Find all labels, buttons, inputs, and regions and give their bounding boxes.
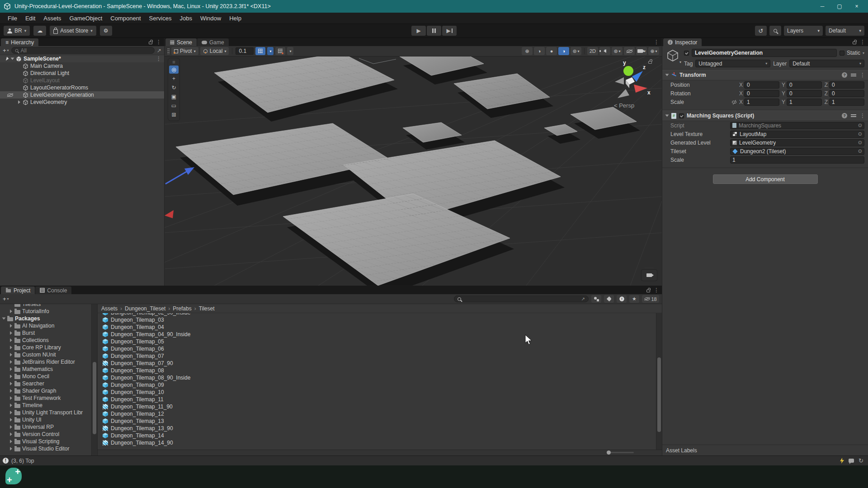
kebab-menu-icon[interactable]: ⋮ — [654, 287, 659, 293]
tab-hierarchy[interactable]: ≡ Hierarchy — [1, 38, 38, 46]
project-tree-item[interactable]: JetBrains Rider Editor — [0, 358, 91, 366]
foldout-open-icon[interactable] — [665, 73, 669, 77]
z-field[interactable]: 0 — [829, 90, 864, 97]
account-button[interactable]: BR ▾ — [4, 26, 30, 36]
object-picker-icon[interactable]: ⊙ — [858, 131, 862, 137]
camera-dropdown[interactable]: ▾ — [636, 47, 647, 55]
project-tree-item[interactable]: Unity Light Transport Libr — [0, 409, 91, 416]
scene-tool-button[interactable]: ◎ — [169, 66, 179, 74]
hierarchy-item[interactable]: LayoutGeneratorRooms — [0, 84, 164, 91]
menu-item[interactable]: Services — [145, 15, 176, 22]
foldout-icon[interactable] — [9, 324, 13, 328]
project-file-item[interactable]: Dungeon_Tilemap_08_90_Inside — [98, 374, 656, 381]
project-tree-item[interactable]: Visual Scripting — [0, 438, 91, 445]
foldout-icon[interactable] — [9, 411, 13, 414]
project-file-item[interactable]: Dungeon_Tilemap_10 — [98, 389, 656, 396]
foldout-icon[interactable] — [2, 317, 5, 320]
project-file-item[interactable]: Dungeon_Tilemap_06 — [98, 345, 656, 352]
add-component-button[interactable]: Add Component — [713, 174, 818, 184]
project-tree-item[interactable]: Burst — [0, 329, 91, 337]
scene-tool-button[interactable]: ▭ — [169, 102, 179, 110]
pivot-dropdown[interactable]: Pivot ▾ — [171, 47, 198, 55]
grid-size-field[interactable]: 0.1 — [236, 47, 254, 55]
light-toggle-button[interactable]: ● — [546, 47, 557, 55]
scene-visibility-button[interactable] — [624, 47, 635, 55]
z-field[interactable]: 1 — [829, 99, 864, 106]
foldout-icon[interactable] — [17, 100, 21, 104]
scrollbar-thumb[interactable] — [93, 362, 96, 434]
scene-render-canvas[interactable] — [165, 56, 662, 286]
menu-item[interactable]: Jobs — [175, 15, 196, 22]
lighting-mode-button[interactable]: ◑ — [534, 47, 545, 55]
foldout-open-icon[interactable] — [665, 114, 669, 117]
search-by-import-log-button[interactable]: ! — [617, 295, 627, 303]
menu-item[interactable]: Help — [225, 15, 245, 22]
cloud-button[interactable]: ☁ — [33, 26, 46, 36]
scrollbar-thumb[interactable] — [657, 357, 661, 432]
project-file-item[interactable]: Dungeon_Tilemap_08 — [98, 367, 656, 374]
play-button[interactable]: ▶ — [411, 26, 426, 36]
project-tree-item[interactable]: Shader Graph — [0, 387, 91, 394]
y-field[interactable]: 1 — [787, 99, 822, 106]
project-tree-item[interactable]: Mono Cecil — [0, 373, 91, 380]
object-picker-icon[interactable]: ⊙ — [858, 148, 862, 154]
hierarchy-item[interactable]: LevelLayout — [0, 77, 164, 84]
foldout-icon[interactable] — [9, 447, 13, 450]
breadcrumb-item[interactable]: Assets › — [101, 305, 122, 312]
minimize-button[interactable]: ─ — [815, 1, 830, 11]
scene-tool-button[interactable]: ≡ — [169, 59, 179, 65]
audio-mute-button[interactable] — [599, 47, 610, 55]
link-broken-icon[interactable] — [731, 100, 737, 104]
project-tree-item[interactable]: Tilesets — [0, 304, 91, 308]
foldout-icon[interactable] — [9, 440, 13, 443]
x-field[interactable]: 0 — [744, 90, 779, 97]
eye-slash-icon[interactable] — [7, 93, 13, 97]
hierarchy-item[interactable]: Directional Light — [0, 70, 164, 77]
grid-snap-dropdown[interactable]: ▾ — [267, 47, 274, 55]
collab-chat-icon[interactable] — [849, 459, 854, 463]
project-file-item[interactable]: Dungeon_Tilemap_11 — [98, 396, 656, 403]
active-checkbox[interactable] — [684, 51, 689, 56]
tree-scrollbar[interactable] — [91, 304, 97, 455]
tab-project[interactable]: Project — [1, 286, 35, 294]
gizmos-dropdown[interactable]: ⊕▾ — [648, 47, 659, 55]
project-tree-item[interactable]: Searcher — [0, 380, 91, 387]
foldout-open-icon[interactable] — [10, 57, 14, 61]
orientation-dropdown[interactable]: Local ▾ — [200, 47, 229, 55]
project-file-item[interactable]: Dungeon_Tilemap_04 — [98, 324, 656, 331]
object-name-field[interactable]: LevelGeometryGeneration — [692, 49, 837, 57]
preferences-button[interactable]: ⚙ — [100, 26, 112, 36]
snap-increment-button[interactable] — [275, 47, 285, 55]
project-tree-item[interactable]: Visual Studio Editor — [0, 445, 91, 452]
hidden-packages-button[interactable]: 18 — [642, 295, 659, 303]
create-asset-button[interactable]: + ▾ — [3, 296, 9, 302]
foldout-icon[interactable] — [9, 360, 13, 364]
version-control-app-icon[interactable]: + + — [5, 468, 22, 484]
foldout-icon[interactable] — [9, 396, 13, 400]
object-field[interactable]: 1 ⊙ — [730, 156, 864, 164]
tab-game[interactable]: Game — [197, 38, 229, 46]
presets-icon[interactable] — [851, 113, 856, 118]
project-file-item[interactable]: Dungeon_Tilemap_04_90_Inside — [98, 331, 656, 338]
project-tree-item[interactable]: Packages — [0, 315, 91, 322]
help-icon[interactable]: ? — [842, 72, 847, 78]
project-search-input[interactable]: ↗ — [454, 296, 589, 302]
foldout-icon[interactable] — [9, 338, 13, 342]
project-file-item[interactable]: Dungeon_Tilemap_02_90_Inside — [98, 313, 656, 316]
menu-item[interactable]: Component — [106, 15, 145, 22]
project-tree-item[interactable]: Unity UI — [0, 416, 91, 423]
search-by-label-button[interactable] — [604, 295, 614, 303]
component-enabled-checkbox[interactable] — [679, 113, 684, 118]
tab-console[interactable]: Console — [35, 286, 71, 294]
slider-knob[interactable] — [607, 450, 611, 455]
hierarchy-item[interactable]: Main Camera — [0, 62, 164, 70]
hierarchy-item[interactable]: LevelGeometry — [0, 99, 164, 106]
search-by-type-button[interactable] — [591, 295, 601, 303]
project-tree-item[interactable]: TutorialInfo — [0, 308, 91, 315]
activity-lightning-icon[interactable] — [840, 458, 844, 464]
pause-button[interactable] — [427, 26, 441, 36]
foldout-icon[interactable] — [9, 389, 13, 393]
popout-icon[interactable]: ↗ — [581, 296, 585, 301]
unlock-icon[interactable] — [149, 42, 152, 44]
favorites-button[interactable]: ★ — [629, 295, 639, 303]
